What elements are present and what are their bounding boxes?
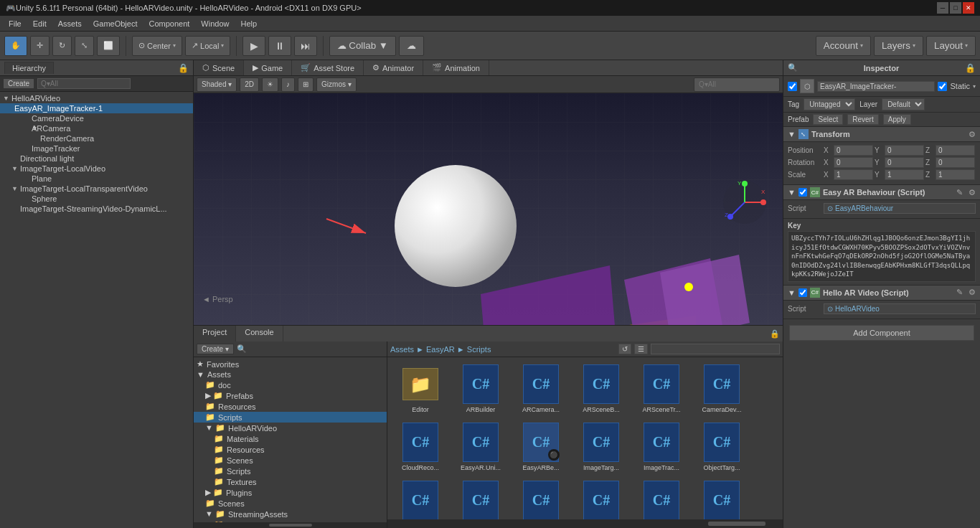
assets-search-input[interactable] xyxy=(651,344,780,354)
static-dropdown-icon[interactable]: ▾ xyxy=(973,83,976,90)
scene-view[interactable]: ◄ Persp X Y xyxy=(194,93,783,325)
easyar-edit-icon[interactable]: ✎ xyxy=(956,188,963,197)
asset-easyarbe[interactable]: C# ⚫ EasyARBe... xyxy=(512,420,570,475)
helloar-edit-icon[interactable]: ✎ xyxy=(956,288,963,297)
project-item-streamingassets[interactable]: ▼ 📁StreamingAssets xyxy=(194,509,387,519)
transform-component-header[interactable]: ▼ ⤡ Transform ⚙ xyxy=(783,127,980,142)
transform-settings-icon[interactable]: ⚙ xyxy=(969,130,976,139)
tree-item-rendercamera[interactable]: RenderCamera xyxy=(0,133,193,143)
layers-button[interactable]: Layers ▾ xyxy=(874,36,923,56)
asset-objecttarg[interactable]: C# ObjectTarg... xyxy=(693,420,750,475)
collab-button[interactable]: ☁ Collab ▼ xyxy=(329,36,396,56)
project-item-resources2[interactable]: 📁Resources xyxy=(194,444,387,455)
hierarchy-tab[interactable]: Hierarchy xyxy=(4,62,54,74)
project-scrollbar[interactable] xyxy=(194,522,387,528)
project-item-scripts[interactable]: 📁Scripts xyxy=(194,412,387,423)
hand-tool[interactable]: ✋ xyxy=(4,36,27,56)
account-button[interactable]: Account ▾ xyxy=(816,36,871,56)
asset-cloudreco[interactable]: C# CloudReco... xyxy=(392,420,449,475)
tree-item-imagetarget-streaming[interactable]: ImageTarget-StreamingVideo-DynamicL... xyxy=(0,204,193,214)
helloar-component-header[interactable]: ▼ C# Hello AR Video (Script) ✎ ⚙ xyxy=(783,286,980,301)
asset-imagetarg[interactable]: C# ImageTarg... xyxy=(573,420,630,475)
tab-animation[interactable]: 🎬 Animation xyxy=(423,60,489,75)
tree-item-cameradevice[interactable]: CameraDevice xyxy=(0,113,193,123)
asset-arsceneb[interactable]: C# ARSceneB... xyxy=(573,362,630,417)
breadcrumb-scripts[interactable]: Scripts xyxy=(467,345,491,354)
prefab-revert-button[interactable]: Revert xyxy=(847,114,878,125)
layer-select[interactable]: Default xyxy=(882,98,925,110)
object-active-checkbox[interactable] xyxy=(788,82,797,91)
breadcrumb-assets[interactable]: Assets xyxy=(390,345,414,354)
project-item-favorites[interactable]: ★Favorites xyxy=(194,359,387,369)
helloar-active-checkbox[interactable] xyxy=(798,288,807,297)
asset-realityplan[interactable]: C# RealityPlan... xyxy=(512,478,570,519)
menu-component[interactable]: Component xyxy=(143,18,195,29)
easyar-active-checkbox[interactable] xyxy=(798,188,807,197)
tree-item-arcamera[interactable]: ▼ ARCamera xyxy=(0,123,193,133)
rotation-y-input[interactable] xyxy=(885,157,924,168)
shaded-button[interactable]: Shaded ▾ xyxy=(197,77,237,92)
asset-qrcodesc[interactable]: C# QRCodeSc... xyxy=(452,478,509,519)
project-item-helloarvideo[interactable]: ▼ 📁HelloARVideo xyxy=(194,423,387,433)
project-item-materials[interactable]: 📁Materials xyxy=(194,433,387,444)
key-value[interactable]: UBZyccTYh7rIOLuU6hZHlqg1JBOQo6onzEJmon3B… xyxy=(788,231,976,282)
hierarchy-lock-icon[interactable]: 🔒 xyxy=(178,63,189,73)
local-button[interactable]: ↗ Local ▾ xyxy=(185,36,230,56)
assets-refresh-button[interactable]: ↺ xyxy=(618,344,631,354)
static-checkbox[interactable] xyxy=(938,82,947,91)
bottom-lock-icon[interactable]: 🔒 xyxy=(770,329,780,339)
easyar-settings-icon[interactable]: ⚙ xyxy=(969,188,976,197)
asset-editor[interactable]: 📁 Editor xyxy=(392,362,449,417)
project-item-plugins[interactable]: ▶ 📁Plugins xyxy=(194,487,387,498)
asset-easyaruni[interactable]: C# EasyAR.Uni... xyxy=(452,420,509,475)
asset-videoplaye[interactable]: C# VideoPlaye... xyxy=(693,478,750,519)
project-item-scenes[interactable]: 📁Scenes xyxy=(194,455,387,466)
pause-button[interactable]: ⏸ xyxy=(268,36,291,56)
asset-cameradev[interactable]: C# CameraDev... xyxy=(693,362,750,417)
asset-recorderbe[interactable]: C# RecorderBe... xyxy=(573,478,630,519)
asset-arbuilder[interactable]: C# ARBuilder xyxy=(452,362,509,417)
inspector-lock-icon[interactable]: 🔒 xyxy=(965,63,976,73)
tab-game[interactable]: ▶ Game xyxy=(244,60,292,75)
asset-rendercam[interactable]: C# RenderCam... xyxy=(633,478,690,519)
hierarchy-search-input[interactable] xyxy=(37,78,131,89)
position-z-input[interactable] xyxy=(936,145,975,156)
project-item-scripts2[interactable]: 📁Scripts xyxy=(194,466,387,476)
breadcrumb-easyar[interactable]: EasyAR xyxy=(426,345,455,354)
tab-project[interactable]: Project xyxy=(194,326,236,341)
play-button[interactable]: ▶ xyxy=(242,36,265,56)
rect-tool[interactable]: ⬜ xyxy=(97,36,120,56)
2d-button[interactable]: 2D xyxy=(240,77,259,92)
prefab-select-button[interactable]: Select xyxy=(813,114,843,125)
menu-file[interactable]: File xyxy=(3,18,27,29)
rotation-z-input[interactable] xyxy=(936,157,975,168)
rotation-x-input[interactable] xyxy=(834,157,873,168)
tab-console[interactable]: Console xyxy=(236,326,283,341)
scene-search-input[interactable] xyxy=(694,77,780,92)
easyar-component-header[interactable]: ▼ C# Easy AR Behaviour (Script) ✎ ⚙ xyxy=(783,185,980,200)
menu-help[interactable]: Help xyxy=(235,18,263,29)
minimize-button[interactable]: ─ xyxy=(937,2,948,14)
gizmos-button[interactable]: Gizmos ▾ xyxy=(316,77,357,92)
prefab-apply-button[interactable]: Apply xyxy=(883,114,911,125)
menu-window[interactable]: Window xyxy=(195,18,235,29)
project-create-button[interactable]: Create ▾ xyxy=(197,344,234,354)
layout-button[interactable]: Layout ▾ xyxy=(926,36,976,56)
step-button[interactable]: ⏭ xyxy=(294,36,317,56)
assets-scrollbar[interactable] xyxy=(387,519,783,528)
project-item-scenes2[interactable]: 📁Scenes xyxy=(194,498,387,509)
close-button[interactable]: ✕ xyxy=(963,2,974,14)
add-component-button[interactable]: Add Component xyxy=(789,325,974,341)
asset-arcamera[interactable]: C# ARCamera... xyxy=(512,362,570,417)
move-tool[interactable]: ✛ xyxy=(30,36,50,56)
menu-assets[interactable]: Assets xyxy=(52,18,88,29)
tab-animator[interactable]: ⚙ Animator xyxy=(364,60,423,75)
tree-item-sphere[interactable]: Sphere xyxy=(0,194,193,204)
project-item-prefabs[interactable]: ▶ 📁Prefabs xyxy=(194,390,387,401)
position-y-input[interactable] xyxy=(885,145,924,156)
helloar-settings-icon[interactable]: ⚙ xyxy=(969,288,976,297)
cloud-button[interactable]: ☁ xyxy=(399,36,424,56)
lights-button[interactable]: ☀ xyxy=(262,77,278,92)
asset-arscenetr[interactable]: C# ARSceneTr... xyxy=(633,362,690,417)
menu-edit[interactable]: Edit xyxy=(27,18,52,29)
